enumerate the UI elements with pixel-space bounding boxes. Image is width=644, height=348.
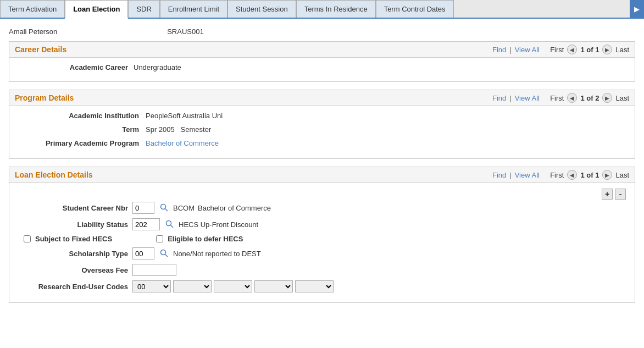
add-remove-buttons: + -	[18, 189, 626, 200]
program-details-body: Academic Institution PeopleSoft Australi…	[9, 106, 635, 158]
loan-election-body: + - Student Career Nbr BCOM Bachelor of …	[9, 183, 635, 302]
program-last-label: Last	[615, 94, 629, 102]
loan-first-label: First	[550, 171, 564, 179]
program-next-btn[interactable]: ▶	[602, 93, 612, 103]
tab-sdr[interactable]: SDR	[128, 0, 159, 18]
loan-view-all-link[interactable]: View All	[515, 171, 540, 179]
career-prev-btn[interactable]: ◀	[567, 45, 577, 54]
fixed-hecs-label: Subject to Fixed HECS	[35, 235, 112, 243]
program-find-link[interactable]: Find	[492, 94, 506, 102]
career-view-all-link[interactable]: View All	[515, 46, 540, 54]
tab-term-activation[interactable]: Term Activation	[0, 0, 65, 18]
liability-lookup-icon[interactable]	[164, 219, 175, 230]
career-details-section: Career Details Find | View All First ◀ 1…	[9, 41, 635, 82]
research-select-4[interactable]	[254, 280, 293, 292]
loan-find-link[interactable]: Find	[492, 171, 506, 179]
scholarship-desc: None/Not reported to DEST	[173, 250, 261, 258]
tab-enrollment-limit[interactable]: Enrollment Limit	[160, 0, 227, 18]
svg-point-0	[161, 205, 166, 209]
svg-point-2	[166, 221, 171, 226]
scholarship-label: Scholarship Type	[18, 250, 128, 258]
liability-value-group: HECS Up-Front Discount	[132, 218, 258, 230]
fixed-hecs-item: Subject to Fixed HECS	[24, 235, 112, 243]
fixed-hecs-checkbox[interactable]	[24, 235, 31, 242]
hecs-checkbox-row: Subject to Fixed HECS Eligible to defer …	[18, 235, 626, 243]
tab-bar: Term Activation Loan Election SDR Enroll…	[0, 0, 644, 19]
research-label: Research End-User Codes	[18, 283, 128, 291]
liability-input[interactable]	[132, 218, 160, 230]
program-value-link[interactable]: Bachelor of Commerce	[146, 139, 219, 147]
research-row: Research End-User Codes 00	[18, 280, 626, 292]
career-details-nav: Find | View All First ◀ 1 of 1 ▶ Last	[492, 45, 629, 54]
eligible-defer-label: Eligible to defer HECS	[168, 235, 243, 243]
program-prev-btn[interactable]: ◀	[567, 93, 577, 103]
institution-label: Academic Institution	[18, 112, 139, 120]
research-selects: 00	[132, 280, 334, 292]
loan-election-title: Loan Election Details	[15, 170, 492, 179]
academic-career-label: Academic Career	[18, 63, 128, 71]
loan-nav-current: 1 of 1	[580, 171, 599, 179]
overseas-fee-value-group	[132, 264, 176, 276]
research-select-1[interactable]: 00	[132, 280, 171, 292]
term-row: Term Spr 2005 Semester	[18, 125, 626, 134]
tab-scroll-right[interactable]: ▶	[630, 0, 644, 18]
career-code-desc: Bachelor of Commerce	[198, 204, 271, 212]
loan-election-nav: Find | View All First ◀ 1 of 1 ▶ Last	[492, 170, 629, 180]
career-nbr-label: Student Career Nbr	[18, 204, 128, 212]
program-view-all-link[interactable]: View All	[515, 94, 540, 102]
research-select-2[interactable]	[173, 280, 212, 292]
scholarship-row: Scholarship Type None/Not reported to DE…	[18, 247, 626, 259]
tab-term-control-dates[interactable]: Term Control Dates	[376, 0, 454, 18]
career-nbr-value-group: BCOM Bachelor of Commerce	[132, 202, 271, 214]
scholarship-lookup-icon[interactable]	[159, 248, 170, 259]
tab-terms-in-residence[interactable]: Terms In Residence	[296, 0, 376, 18]
student-header: Amali Peterson SRAUS001	[9, 24, 635, 41]
career-nbr-row: Student Career Nbr BCOM Bachelor of Comm…	[18, 202, 626, 214]
loan-prev-btn[interactable]: ◀	[567, 170, 577, 180]
career-nav-current: 1 of 1	[580, 46, 599, 54]
liability-row: Liability Status HECS Up-Front Discount	[18, 218, 626, 230]
career-nbr-input[interactable]	[132, 202, 154, 214]
term-value: Spr 2005 Semester	[146, 125, 211, 134]
remove-row-button[interactable]: -	[615, 189, 626, 200]
career-last-label: Last	[615, 46, 629, 54]
main-content: Amali Peterson SRAUS001 Career Details F…	[0, 19, 644, 316]
career-details-title: Career Details	[15, 45, 492, 54]
program-row: Primary Academic Program Bachelor of Com…	[18, 139, 626, 147]
program-value: Bachelor of Commerce	[146, 139, 219, 147]
eligible-defer-item: Eligible to defer HECS	[156, 235, 243, 243]
loan-next-btn[interactable]: ▶	[602, 170, 612, 180]
svg-line-5	[165, 255, 168, 257]
research-select-5[interactable]	[295, 280, 334, 292]
eligible-defer-checkbox[interactable]	[156, 235, 163, 242]
program-details-header: Program Details Find | View All First ◀ …	[9, 90, 635, 106]
academic-career-row: Academic Career Undergraduate	[18, 63, 626, 71]
program-details-section: Program Details Find | View All First ◀ …	[9, 90, 635, 159]
tab-loan-election[interactable]: Loan Election	[65, 0, 128, 19]
add-row-button[interactable]: +	[602, 189, 613, 200]
institution-row: Academic Institution PeopleSoft Australi…	[18, 112, 626, 120]
loan-election-section: Loan Election Details Find | View All Fi…	[9, 167, 635, 303]
program-details-title: Program Details	[15, 93, 492, 102]
career-nbr-lookup-icon[interactable]	[159, 202, 170, 213]
overseas-fee-input[interactable]	[132, 264, 176, 276]
tab-student-session[interactable]: Student Session	[227, 0, 296, 18]
loan-election-header: Loan Election Details Find | View All Fi…	[9, 167, 635, 183]
liability-desc: HECS Up-Front Discount	[179, 220, 258, 229]
research-select-3[interactable]	[214, 280, 252, 292]
overseas-fee-label: Overseas Fee	[18, 266, 128, 274]
term-label: Term	[18, 125, 139, 134]
academic-career-value: Undergraduate	[134, 63, 181, 71]
student-id: SRAUS001	[167, 27, 203, 36]
career-find-link[interactable]: Find	[492, 46, 506, 54]
career-details-header: Career Details Find | View All First ◀ 1…	[9, 42, 635, 58]
overseas-fee-row: Overseas Fee	[18, 264, 626, 276]
svg-point-4	[161, 250, 166, 255]
career-next-btn[interactable]: ▶	[602, 45, 612, 54]
scholarship-input[interactable]	[132, 247, 154, 259]
svg-line-3	[171, 225, 174, 228]
program-details-nav: Find | View All First ◀ 1 of 2 ▶ Last	[492, 93, 629, 103]
scholarship-value-group: None/Not reported to DEST	[132, 247, 261, 259]
loan-last-label: Last	[615, 171, 629, 179]
institution-value: PeopleSoft Australia Uni	[146, 112, 223, 120]
